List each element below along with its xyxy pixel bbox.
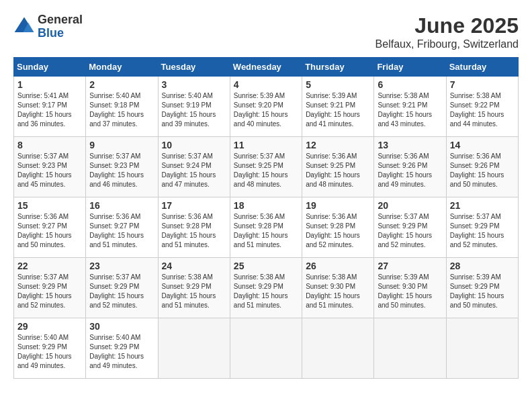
calendar-cell: 20Sunrise: 5:37 AM Sunset: 9:29 PM Dayli…: [374, 197, 446, 258]
day-info: Sunrise: 5:41 AM Sunset: 9:17 PM Dayligh…: [17, 91, 82, 129]
day-info: Sunrise: 5:40 AM Sunset: 9:29 PM Dayligh…: [89, 333, 154, 371]
day-number: 17: [162, 200, 226, 211]
calendar-cell: [230, 318, 302, 379]
day-number: 26: [306, 261, 370, 271]
calendar-cell: 28Sunrise: 5:39 AM Sunset: 9:29 PM Dayli…: [446, 258, 518, 318]
day-number: 11: [234, 140, 298, 150]
day-number: 28: [450, 261, 515, 271]
logo-general-text: General: [38, 13, 83, 27]
day-number: 12: [306, 140, 370, 150]
title-block: June 2025 Belfaux, Fribourg, Switzerland: [375, 13, 519, 50]
calendar-cell: [158, 318, 230, 379]
day-number: 30: [89, 321, 154, 332]
header-wednesday: Wednesday: [230, 58, 302, 77]
day-info: Sunrise: 5:36 AM Sunset: 9:28 PM Dayligh…: [306, 212, 370, 250]
day-info: Sunrise: 5:38 AM Sunset: 9:29 PM Dayligh…: [234, 273, 298, 310]
calendar-cell: 15Sunrise: 5:36 AM Sunset: 9:27 PM Dayli…: [14, 197, 86, 258]
day-number: 3: [162, 79, 226, 90]
day-number: 18: [234, 200, 298, 211]
day-number: 19: [306, 200, 370, 211]
day-number: 23: [89, 261, 154, 271]
calendar-cell: 24Sunrise: 5:38 AM Sunset: 9:29 PM Dayli…: [158, 258, 230, 318]
calendar-cell: 4Sunrise: 5:39 AM Sunset: 9:20 PM Daylig…: [230, 77, 302, 137]
logo: General Blue: [13, 13, 83, 40]
day-info: Sunrise: 5:36 AM Sunset: 9:27 PM Dayligh…: [89, 212, 154, 250]
calendar-week-row: 22Sunrise: 5:37 AM Sunset: 9:29 PM Dayli…: [14, 258, 519, 318]
day-number: 21: [450, 200, 515, 211]
calendar-week-row: 29Sunrise: 5:40 AM Sunset: 9:29 PM Dayli…: [14, 318, 519, 379]
day-info: Sunrise: 5:38 AM Sunset: 9:29 PM Dayligh…: [162, 273, 226, 310]
day-info: Sunrise: 5:40 AM Sunset: 9:29 PM Dayligh…: [17, 333, 82, 371]
month-title: June 2025: [375, 13, 519, 38]
calendar-cell: 16Sunrise: 5:36 AM Sunset: 9:27 PM Dayli…: [86, 197, 158, 258]
day-info: Sunrise: 5:39 AM Sunset: 9:20 PM Dayligh…: [234, 91, 298, 129]
day-number: 13: [378, 140, 442, 150]
day-info: Sunrise: 5:37 AM Sunset: 9:29 PM Dayligh…: [89, 273, 154, 310]
calendar-cell: [374, 318, 446, 379]
day-number: 4: [234, 79, 298, 90]
day-info: Sunrise: 5:39 AM Sunset: 9:21 PM Dayligh…: [306, 91, 370, 129]
page-header: General Blue June 2025 Belfaux, Fribourg…: [13, 13, 519, 50]
calendar-cell: 14Sunrise: 5:36 AM Sunset: 9:26 PM Dayli…: [446, 137, 518, 197]
day-info: Sunrise: 5:37 AM Sunset: 9:29 PM Dayligh…: [378, 212, 442, 250]
day-info: Sunrise: 5:38 AM Sunset: 9:22 PM Dayligh…: [450, 91, 515, 129]
header-monday: Monday: [86, 58, 158, 77]
day-number: 10: [162, 140, 226, 150]
logo-icon: [13, 16, 35, 38]
calendar-week-row: 1Sunrise: 5:41 AM Sunset: 9:17 PM Daylig…: [14, 77, 519, 137]
calendar-cell: 7Sunrise: 5:38 AM Sunset: 9:22 PM Daylig…: [446, 77, 518, 137]
day-info: Sunrise: 5:36 AM Sunset: 9:27 PM Dayligh…: [17, 212, 82, 250]
calendar-cell: 5Sunrise: 5:39 AM Sunset: 9:21 PM Daylig…: [302, 77, 374, 137]
calendar-cell: 21Sunrise: 5:37 AM Sunset: 9:29 PM Dayli…: [446, 197, 518, 258]
day-number: 1: [17, 79, 82, 90]
day-number: 20: [378, 200, 442, 211]
header-sunday: Sunday: [14, 58, 86, 77]
day-info: Sunrise: 5:38 AM Sunset: 9:21 PM Dayligh…: [378, 91, 442, 129]
day-info: Sunrise: 5:37 AM Sunset: 9:29 PM Dayligh…: [17, 273, 82, 310]
day-info: Sunrise: 5:39 AM Sunset: 9:29 PM Dayligh…: [450, 273, 515, 310]
calendar-cell: 2Sunrise: 5:40 AM Sunset: 9:18 PM Daylig…: [86, 77, 158, 137]
calendar-cell: 25Sunrise: 5:38 AM Sunset: 9:29 PM Dayli…: [230, 258, 302, 318]
calendar-cell: [302, 318, 374, 379]
day-info: Sunrise: 5:40 AM Sunset: 9:18 PM Dayligh…: [89, 91, 154, 129]
day-number: 16: [89, 200, 154, 211]
day-number: 15: [17, 200, 82, 211]
header-saturday: Saturday: [446, 58, 518, 77]
calendar-cell: 8Sunrise: 5:37 AM Sunset: 9:23 PM Daylig…: [14, 137, 86, 197]
day-info: Sunrise: 5:40 AM Sunset: 9:19 PM Dayligh…: [162, 91, 226, 129]
calendar-cell: 19Sunrise: 5:36 AM Sunset: 9:28 PM Dayli…: [302, 197, 374, 258]
calendar-cell: 22Sunrise: 5:37 AM Sunset: 9:29 PM Dayli…: [14, 258, 86, 318]
calendar-cell: 1Sunrise: 5:41 AM Sunset: 9:17 PM Daylig…: [14, 77, 86, 137]
calendar-cell: 30Sunrise: 5:40 AM Sunset: 9:29 PM Dayli…: [86, 318, 158, 379]
calendar-week-row: 15Sunrise: 5:36 AM Sunset: 9:27 PM Dayli…: [14, 197, 519, 258]
calendar-cell: 12Sunrise: 5:36 AM Sunset: 9:25 PM Dayli…: [302, 137, 374, 197]
day-info: Sunrise: 5:37 AM Sunset: 9:24 PM Dayligh…: [162, 152, 226, 189]
calendar-cell: 9Sunrise: 5:37 AM Sunset: 9:23 PM Daylig…: [86, 137, 158, 197]
day-info: Sunrise: 5:36 AM Sunset: 9:26 PM Dayligh…: [450, 152, 515, 189]
calendar-cell: 23Sunrise: 5:37 AM Sunset: 9:29 PM Dayli…: [86, 258, 158, 318]
day-number: 5: [306, 79, 370, 90]
day-info: Sunrise: 5:36 AM Sunset: 9:28 PM Dayligh…: [234, 212, 298, 250]
day-number: 2: [89, 79, 154, 90]
header-friday: Friday: [374, 58, 446, 77]
calendar-cell: 27Sunrise: 5:39 AM Sunset: 9:30 PM Dayli…: [374, 258, 446, 318]
calendar-cell: 26Sunrise: 5:38 AM Sunset: 9:30 PM Dayli…: [302, 258, 374, 318]
calendar-cell: 13Sunrise: 5:36 AM Sunset: 9:26 PM Dayli…: [374, 137, 446, 197]
calendar-cell: 17Sunrise: 5:36 AM Sunset: 9:28 PM Dayli…: [158, 197, 230, 258]
day-number: 27: [378, 261, 442, 271]
day-number: 14: [450, 140, 515, 150]
day-number: 9: [89, 140, 154, 150]
day-info: Sunrise: 5:37 AM Sunset: 9:25 PM Dayligh…: [234, 152, 298, 189]
day-info: Sunrise: 5:36 AM Sunset: 9:28 PM Dayligh…: [162, 212, 226, 250]
calendar-table: SundayMondayTuesdayWednesdayThursdayFrid…: [13, 57, 519, 379]
day-info: Sunrise: 5:38 AM Sunset: 9:30 PM Dayligh…: [306, 273, 370, 310]
day-info: Sunrise: 5:37 AM Sunset: 9:23 PM Dayligh…: [89, 152, 154, 189]
header-thursday: Thursday: [302, 58, 374, 77]
day-info: Sunrise: 5:37 AM Sunset: 9:23 PM Dayligh…: [17, 152, 82, 189]
day-info: Sunrise: 5:36 AM Sunset: 9:26 PM Dayligh…: [378, 152, 442, 189]
day-number: 29: [17, 321, 82, 332]
calendar-week-row: 8Sunrise: 5:37 AM Sunset: 9:23 PM Daylig…: [14, 137, 519, 197]
calendar-cell: 29Sunrise: 5:40 AM Sunset: 9:29 PM Dayli…: [14, 318, 86, 379]
logo-blue-text: Blue: [38, 27, 83, 40]
day-number: 7: [450, 79, 515, 90]
